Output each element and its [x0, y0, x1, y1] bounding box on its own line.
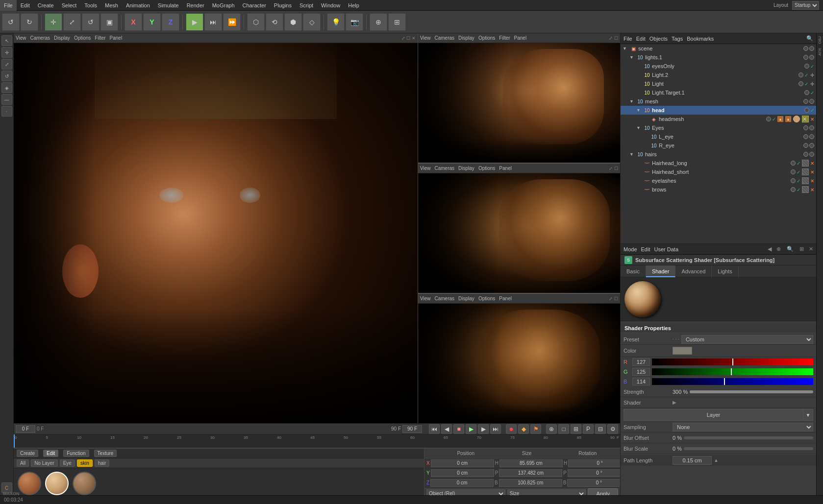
obj-light[interactable]: ▶ 10 Light ✓ ✛: [621, 79, 816, 88]
snap-tool[interactable]: ⊕: [370, 13, 387, 31]
layer-btn[interactable]: ▼: [803, 409, 813, 420]
obj-brows[interactable]: ▶ 〰 brows ✓ ✕: [621, 185, 816, 194]
viewport-top-right[interactable]: View Cameras Display Options Filter Pane…: [418, 33, 620, 164]
vp-mr-options[interactable]: Options: [478, 166, 495, 171]
obj-reye[interactable]: ▶ 10 R_eye: [621, 141, 816, 150]
camera-tool[interactable]: 📷: [346, 13, 363, 31]
r-value-input[interactable]: 127: [632, 358, 650, 366]
nurbs-tool[interactable]: ◇: [303, 13, 321, 31]
obj-headmesh-mat1[interactable]: [793, 116, 800, 122]
blur-scale-slider[interactable]: [684, 447, 813, 450]
attr-icon4[interactable]: ⊞: [799, 246, 804, 252]
strength-slider[interactable]: [690, 390, 813, 393]
filter-skin[interactable]: skin: [77, 459, 93, 467]
menu-help[interactable]: Help: [344, 0, 363, 11]
tl-prev-frame[interactable]: ◀: [441, 424, 452, 434]
vp-mr-view[interactable]: View: [420, 166, 431, 171]
menu-edit[interactable]: Edit: [17, 0, 34, 11]
tab-advanced[interactable]: Advanced: [675, 265, 712, 277]
obj-lighttarget1[interactable]: ▶ 10 Light.Target.1 ✓: [621, 88, 816, 97]
menu-render[interactable]: Render: [183, 0, 208, 11]
render-all[interactable]: ⏩: [223, 13, 241, 31]
attr-edit[interactable]: Edit: [641, 246, 650, 252]
vp-main-filter[interactable]: Filter: [95, 35, 105, 41]
menu-simulate[interactable]: Simulate: [154, 0, 183, 11]
tl-settings1[interactable]: ⊕: [546, 424, 557, 434]
vp-main-options[interactable]: Options: [74, 35, 91, 41]
tl-record-red[interactable]: ●: [506, 424, 517, 434]
omh-bookmarks[interactable]: Bookmarks: [687, 36, 714, 42]
vp-mr-cameras[interactable]: Cameras: [435, 166, 455, 171]
scale-tool[interactable]: ⤢: [63, 13, 81, 31]
menu-plugins[interactable]: Plugins: [270, 0, 296, 11]
light-tool[interactable]: 💡: [327, 13, 345, 31]
menu-create[interactable]: Create: [34, 0, 58, 11]
obj-hairhead-short[interactable]: ▶ 〰 Hairhead_short ✓ ✕: [621, 168, 816, 176]
y-axis[interactable]: Y: [143, 13, 161, 31]
attr-userdata[interactable]: User Data: [654, 246, 679, 252]
vp-tr-render[interactable]: [418, 43, 620, 163]
menu-script[interactable]: Script: [296, 0, 317, 11]
vp-tr-cameras[interactable]: Cameras: [435, 35, 455, 41]
tab-lights[interactable]: Lights: [712, 265, 738, 277]
g-value-input[interactable]: 125: [632, 368, 650, 376]
tl-next-frame[interactable]: ▶: [478, 424, 489, 434]
vp-tr-filter[interactable]: Filter: [499, 35, 510, 41]
obj-scene[interactable]: ▼ ▣ scene: [621, 44, 816, 53]
vp-tr-display[interactable]: Display: [458, 35, 474, 41]
filter-all[interactable]: All: [17, 459, 29, 467]
redo-btn[interactable]: ↻: [21, 13, 38, 31]
obj-headmesh-tag2[interactable]: ▲: [785, 116, 791, 122]
vp-br-panel[interactable]: Panel: [499, 296, 512, 301]
obj-eyelashes-tag[interactable]: [802, 177, 809, 184]
tl-settings3[interactable]: ⊞: [571, 424, 581, 434]
obj-leye[interactable]: ▶ 10 L_eye: [621, 132, 816, 141]
obj-hairhead-long-tag[interactable]: [802, 160, 809, 167]
obj-eyelashes[interactable]: ▶ 〰 eyelashes ✓ ✕: [621, 176, 816, 185]
cube-tool[interactable]: ⬡: [247, 13, 265, 31]
menu-animation[interactable]: Animation: [122, 0, 154, 11]
menu-tools[interactable]: Tools: [80, 0, 101, 11]
lt-move[interactable]: ✛: [1, 47, 12, 58]
tl-settings2[interactable]: □: [558, 424, 569, 434]
move-tool[interactable]: ✛: [45, 13, 62, 31]
lt-select[interactable]: ↖: [1, 35, 12, 46]
blur-offset-slider[interactable]: [684, 436, 813, 439]
mat-tab-create[interactable]: Create: [17, 450, 38, 457]
obj-eyesonly[interactable]: ▶ 10 eyesOnly ✓: [621, 62, 816, 71]
obj-hairs-group[interactable]: ▼ 10 hairs: [621, 150, 816, 159]
vp-main-view[interactable]: View: [16, 35, 26, 41]
vp-br-cameras[interactable]: Cameras: [435, 296, 455, 301]
psr-size-y[interactable]: [499, 469, 562, 477]
path-length-arrow[interactable]: ▲: [714, 457, 719, 463]
rotate-tool[interactable]: ↺: [82, 13, 100, 31]
obj-headmesh-tag1[interactable]: ▲: [777, 116, 783, 122]
omh-file[interactable]: File: [623, 36, 632, 42]
psr-size-x[interactable]: [499, 459, 563, 467]
tl-settings6[interactable]: ⚙: [607, 424, 618, 434]
obj-brows-tag[interactable]: [802, 186, 809, 193]
render-preview[interactable]: ▶: [186, 13, 203, 31]
mat-tab-texture[interactable]: Texture: [94, 450, 117, 457]
attr-icon1[interactable]: ◀: [768, 246, 772, 252]
timeline-track[interactable]: 0 5 10 15 20 25 30 35: [14, 434, 620, 448]
vp-main-display[interactable]: Display: [54, 35, 70, 41]
path-length-input[interactable]: 0.15 cm: [673, 456, 712, 465]
filter-eye[interactable]: Eye: [60, 459, 75, 467]
menu-mograph[interactable]: MoGraph: [208, 0, 239, 11]
render-active[interactable]: ⏭: [204, 13, 222, 31]
timeline-start-input[interactable]: [16, 425, 35, 433]
attr-icon5[interactable]: ✕: [809, 246, 813, 252]
lt-edge[interactable]: —: [1, 94, 12, 105]
vp-br-options[interactable]: Options: [478, 296, 495, 301]
vp-main-cameras[interactable]: Cameras: [30, 35, 50, 41]
lt-scale[interactable]: ⤢: [1, 59, 12, 70]
preset-select[interactable]: Custom: [681, 335, 813, 344]
tl-stop[interactable]: ■: [453, 424, 464, 434]
lt-poly[interactable]: ◈: [1, 82, 12, 93]
g-color-bar[interactable]: [652, 368, 813, 375]
select-tool[interactable]: ▣: [100, 13, 118, 31]
b-value-input[interactable]: 114: [632, 378, 650, 385]
tl-settings5[interactable]: ⊟: [595, 424, 606, 434]
omh-edit[interactable]: Edit: [636, 36, 646, 42]
